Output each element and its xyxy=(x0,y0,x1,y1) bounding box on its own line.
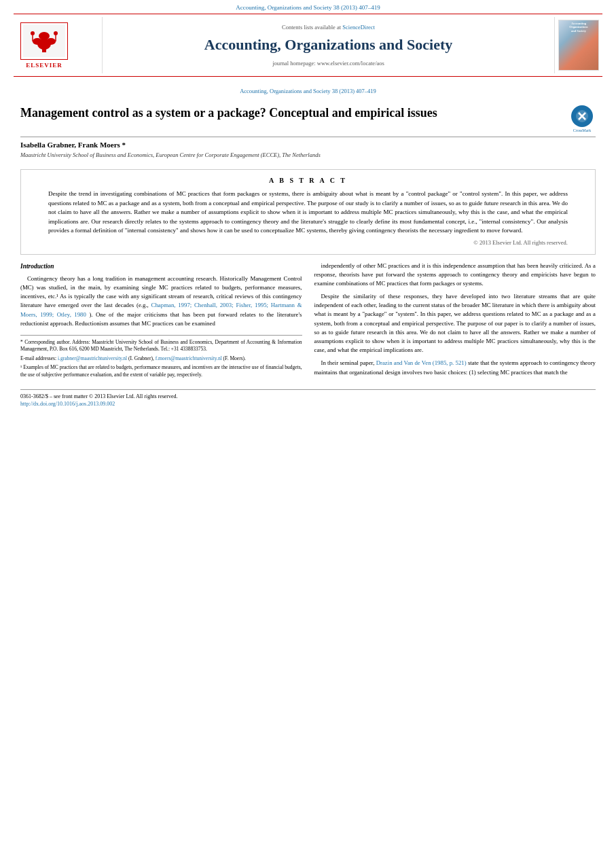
email-footnote: E-mail addresses: i.grabner@maastrichtun… xyxy=(20,355,302,363)
footnote-divider: * Corresponding author. Address: Maastri… xyxy=(20,335,302,379)
main-content: Accounting, Organizations and Society 38… xyxy=(0,77,616,414)
doi-text: Accounting, Organizations and Society 38… xyxy=(240,88,376,94)
svg-point-5 xyxy=(31,31,35,35)
right-column: independently of other MC practices and … xyxy=(314,262,596,381)
email1-link[interactable]: i.grabner@maastrichtuniversity.nl xyxy=(58,355,127,361)
page-footer: 0361-3682/$ – see front matter © 2013 El… xyxy=(20,389,596,407)
authors-text: Isabella Grabner, Frank Moers * xyxy=(20,141,126,149)
authors-line: Isabella Grabner, Frank Moers * xyxy=(20,137,596,150)
right-para3: In their seminal paper, Drazin and Van d… xyxy=(314,359,596,376)
email2-name: (F. Moers). xyxy=(223,355,246,361)
journal-ref-text: Accounting, Organizations and Society 38… xyxy=(236,4,380,11)
right-para2: Despite the similarity of these response… xyxy=(314,292,596,355)
journal-thumbnail-area: AccountingOrganizationsand Society xyxy=(555,17,602,73)
footer-doi-link[interactable]: http://dx.doi.org/10.1016/j.aos.2013.09.… xyxy=(20,401,115,407)
journal-title: Accounting, Organizations and Society xyxy=(204,36,452,54)
email2-link[interactable]: f.moers@maastrichtuniversity.nl xyxy=(156,355,222,361)
corresponding-text: * Corresponding author. Address: Maastri… xyxy=(20,339,302,353)
affiliation: Maastricht University School of Business… xyxy=(20,150,596,164)
footnote1: ¹ Examples of MC practices that are rela… xyxy=(20,364,302,378)
journal-reference: Accounting, Organizations and Society 38… xyxy=(0,0,616,14)
abstract-text: Despite the trend in investigating combi… xyxy=(48,190,568,236)
introduction-heading: Introduction xyxy=(20,262,302,271)
article-title-section: Management control as a system or a pack… xyxy=(20,100,596,137)
right-para3-text1: In their seminal paper, xyxy=(321,359,375,366)
thumb-title: AccountingOrganizationsand Society xyxy=(569,22,587,33)
journal-header: ELSEVIER Contents lists available at Sci… xyxy=(14,14,602,77)
journal-title-area: Contents lists available at ScienceDirec… xyxy=(102,17,555,73)
abstract-title: A B S T R A C T xyxy=(48,177,568,184)
crossmark-logo xyxy=(571,105,593,127)
intro-para-left: Contingency theory has a long tradition … xyxy=(20,274,302,328)
crossmark-area[interactable]: CrossMark xyxy=(568,105,596,132)
right-para1: independently of other MC practices and … xyxy=(314,262,596,289)
email-label: E-mail addresses: xyxy=(20,355,56,361)
corresponding-footnote: * Corresponding author. Address: Maastri… xyxy=(20,339,302,353)
contents-text: Contents lists available at xyxy=(282,24,341,31)
article-doi: Accounting, Organizations and Society 38… xyxy=(20,84,596,100)
crossmark-label: CrossMark xyxy=(573,128,592,132)
logo-box xyxy=(20,22,68,60)
left-column: Introduction Contingency theory has a lo… xyxy=(20,262,302,381)
abstract-section: A B S T R A C T Despite the trend in inv… xyxy=(20,169,596,255)
tree-icon xyxy=(27,28,61,54)
journal-homepage: journal homepage: www.elsevier.com/locat… xyxy=(272,60,384,67)
svg-point-7 xyxy=(54,31,58,35)
logo-inner xyxy=(23,24,65,57)
elsevier-logo: ELSEVIER xyxy=(20,22,68,69)
journal-cover-thumbnail: AccountingOrganizationsand Society xyxy=(558,20,599,71)
elsevier-logo-area: ELSEVIER xyxy=(14,17,102,73)
two-column-body: Introduction Contingency theory has a lo… xyxy=(20,262,596,381)
svg-point-4 xyxy=(39,32,50,40)
copyright-line: © 2013 Elsevier Ltd. All rights reserved… xyxy=(48,236,568,247)
article-title: Management control as a system or a pack… xyxy=(20,105,568,121)
crossmark-icon xyxy=(575,109,589,123)
contents-available-line: Contents lists available at ScienceDirec… xyxy=(282,24,375,31)
email1-name: (I. Grabner), xyxy=(128,355,154,361)
sciencedirect-link[interactable]: ScienceDirect xyxy=(342,24,375,31)
elsevier-wordmark: ELSEVIER xyxy=(26,62,62,69)
footer-issn: 0361-3682/$ – see front matter © 2013 El… xyxy=(20,393,596,399)
drazin-link[interactable]: Drazin and Van de Ven (1985, p. 521) xyxy=(376,359,467,366)
